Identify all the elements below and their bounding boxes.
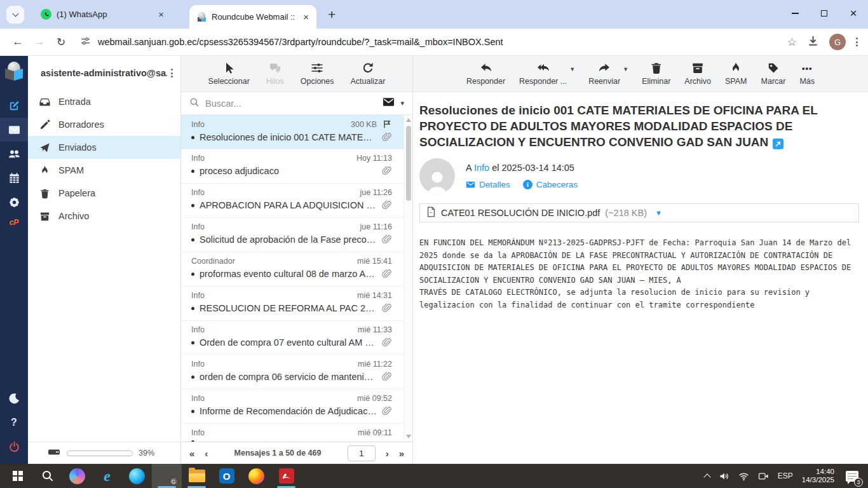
reload-button[interactable]: ↻ — [51, 36, 71, 49]
account-menu-icon[interactable] — [171, 69, 173, 78]
folder-item[interactable]: Entrada — [28, 90, 180, 113]
external-link-icon[interactable] — [773, 139, 783, 149]
chrome-button[interactable]: G — [152, 464, 182, 488]
toolbar-button[interactable]: ▼ SPAM — [725, 62, 747, 86]
tab-whatsapp[interactable]: (1) WhatsApp × — [33, 0, 172, 29]
dark-mode-moon-icon[interactable] — [0, 386, 28, 410]
wifi-icon[interactable] — [738, 471, 749, 482]
new-tab-button[interactable]: + — [328, 8, 336, 21]
next-page-button[interactable]: › — [386, 448, 389, 459]
file-explorer-button[interactable] — [182, 464, 212, 488]
toolbar-button[interactable]: ▼ Archivo — [684, 62, 711, 86]
bookmark-star-icon[interactable]: ☆ — [787, 36, 797, 49]
message-row[interactable]: Info mié 11:33 Orden de compra 07 evento… — [181, 321, 412, 355]
tab-search-button[interactable] — [6, 6, 24, 24]
start-button[interactable] — [3, 464, 32, 488]
first-page-button[interactable]: « — [189, 448, 194, 459]
forward-button[interactable]: → — [29, 36, 50, 48]
firefox-button[interactable] — [241, 464, 271, 488]
folder-item[interactable]: SPAM — [28, 159, 180, 182]
headers-toggle[interactable]: iCabeceras — [523, 180, 578, 189]
folder-item[interactable]: Borradores — [28, 113, 180, 136]
mark-messages-icon[interactable] — [383, 96, 395, 111]
site-info-icon[interactable] — [80, 36, 91, 49]
list-scrollbar[interactable] — [403, 115, 412, 442]
help-icon[interactable]: ? — [0, 410, 28, 435]
message-row[interactable]: Info 300 KB Resoluciones de inicio 001 C… — [181, 115, 412, 149]
browser-menu-icon[interactable] — [856, 37, 858, 46]
scroll-up-icon[interactable] — [406, 118, 411, 122]
back-button[interactable]: ← — [8, 36, 28, 48]
message-row[interactable]: Info jue 11:16 Solicitud de aprobación d… — [181, 218, 412, 252]
clock[interactable]: 14:40 14/3/2025 — [802, 468, 834, 485]
account-header[interactable]: asistente-administrativo@sa... — [28, 56, 180, 90]
search-input[interactable] — [205, 98, 377, 109]
toolbar-button[interactable]: ▼ Hilos — [266, 62, 284, 86]
message-row[interactable]: Info mié 09:52 Informe de Recomendación … — [181, 390, 412, 424]
meet-now-icon[interactable] — [758, 471, 769, 482]
flag-icon[interactable] — [383, 119, 392, 129]
message-meta: 300 KB — [351, 120, 377, 129]
tray-chevron-up-icon[interactable] — [703, 473, 710, 480]
scrollbar-thumb[interactable] — [406, 126, 411, 201]
last-page-button[interactable]: » — [399, 448, 404, 459]
downloads-icon[interactable] — [807, 35, 819, 50]
toolbar-button[interactable]: ▼ Responder — [466, 62, 505, 86]
contacts-icon[interactable] — [0, 142, 28, 166]
folder-item[interactable]: Papelera — [28, 182, 180, 205]
mail-icon[interactable] — [0, 118, 28, 142]
folder-item[interactable]: Archivo — [28, 205, 180, 227]
profile-avatar[interactable]: G — [829, 34, 846, 50]
compose-icon[interactable] — [0, 93, 28, 118]
outlook-button[interactable]: O — [212, 464, 241, 488]
volume-icon[interactable] — [719, 471, 729, 482]
unread-dot — [191, 376, 194, 379]
attachment-menu-chevron-icon[interactable]: ▼ — [655, 209, 662, 217]
message-row[interactable]: Info jue 11:26 APROBACION PARA LA ADQUIS… — [181, 184, 412, 218]
cpanel-icon[interactable]: cP — [10, 218, 19, 227]
toolbar-button[interactable]: ▼ Opciones — [301, 62, 334, 86]
paperclip-icon — [382, 372, 392, 382]
tab-close-icon[interactable]: × — [303, 11, 309, 22]
logout-power-icon[interactable] — [0, 435, 28, 459]
calendar-icon[interactable] — [0, 166, 28, 190]
scroll-down-icon[interactable] — [406, 435, 411, 438]
message-row[interactable]: Info mié 09:11 — [181, 424, 412, 442]
notification-center[interactable]: 3 — [843, 468, 860, 485]
tab-roundcube[interactable]: Roundcube Webmail :: Enviados × — [189, 5, 316, 29]
message-row[interactable]: Info mié 14:31 RESOLUCION DE REFORMA AL … — [181, 287, 412, 321]
attachment-name[interactable]: CATE01 RESOLUCIÓN DE INICIO.pdf — [441, 208, 600, 218]
address-bar[interactable]: webmail.sanjuan.gob.ec/cpsess3265394567/… — [72, 36, 786, 49]
restore-button[interactable] — [810, 0, 839, 27]
edge-button[interactable] — [122, 464, 152, 488]
message-row[interactable]: Coordinador mié 15:41 proformas evento c… — [181, 252, 412, 287]
message-row[interactable]: Info mié 11:22 orden de compra 06 servic… — [181, 355, 412, 390]
page-number-input[interactable] — [348, 445, 376, 461]
tab-close-icon[interactable]: × — [158, 9, 164, 20]
toolbar-button[interactable]: ▼ Responder ... — [519, 62, 567, 86]
dropdown-chevron-icon[interactable]: ▼ — [569, 66, 575, 72]
copilot-button[interactable] — [62, 464, 92, 488]
attachment-bar[interactable]: CATE01 RESOLUCIÓN DE INICIO.pdf (~218 KB… — [419, 203, 859, 222]
details-toggle[interactable]: Detalles — [466, 180, 510, 189]
settings-gear-icon[interactable] — [0, 190, 28, 214]
toolbar-button[interactable]: ••• ▼ Más — [799, 62, 815, 86]
internet-explorer-button[interactable]: e — [92, 464, 122, 488]
minimize-button[interactable] — [780, 0, 810, 27]
toolbar-button[interactable]: ▼ Reenviar — [588, 62, 620, 86]
toolbar-button[interactable]: ▼ Actualizar — [351, 62, 386, 86]
paperclip-icon — [382, 303, 392, 313]
folder-item[interactable]: Enviados — [28, 136, 180, 159]
search-options-chevron-icon[interactable]: ▾ — [400, 99, 404, 107]
dropdown-chevron-icon[interactable]: ▼ — [623, 66, 628, 72]
taskbar-search-button[interactable] — [32, 464, 62, 488]
toolbar-button[interactable]: ▼ Seleccionar — [208, 62, 250, 86]
prev-page-button[interactable]: ‹ — [205, 448, 208, 459]
toolbar-button[interactable]: ▼ Marcar — [761, 62, 786, 86]
toolbar-button[interactable]: ▼ Eliminar — [642, 62, 670, 86]
message-row[interactable]: Info Hoy 11:13 proceso adjudicaco — [181, 149, 412, 184]
acrobat-button[interactable] — [271, 464, 301, 488]
close-button[interactable]: × — [839, 0, 868, 27]
recipient-link[interactable]: Info — [474, 163, 489, 173]
language-indicator[interactable]: ESP — [778, 471, 793, 480]
